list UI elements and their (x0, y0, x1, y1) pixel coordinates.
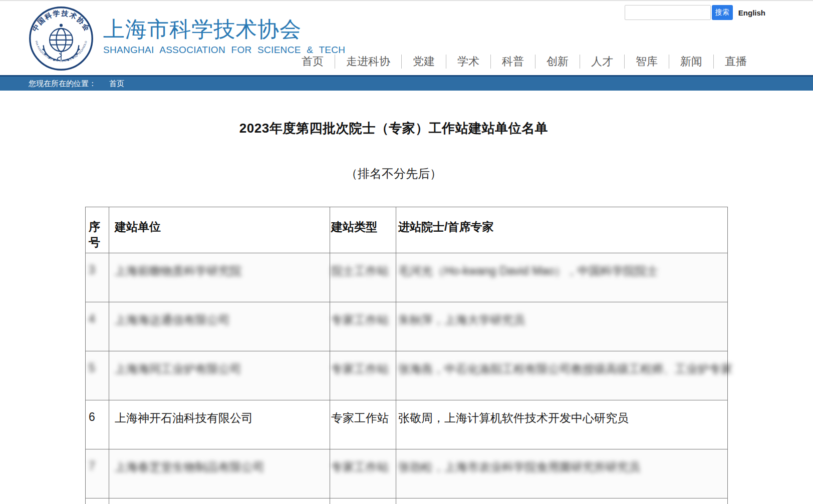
site-title-zh: 上海市科学技术协会 (103, 17, 345, 41)
table-row: 7 上海春芝堂生物制品有限公司 专家工作站 张劲松，上海市农业科学院食用菌研究所… (86, 449, 728, 498)
cell-type: 专家工作站 (330, 351, 396, 400)
cell-type (330, 498, 396, 504)
cell-index: 3 (86, 253, 109, 302)
cell-index (86, 498, 109, 504)
cell-index: 4 (86, 302, 109, 351)
cell-type: 专家工作站 (330, 449, 396, 498)
cell-type: 专家工作站 (330, 302, 396, 351)
column-header-4: 进站院士/首席专家 (396, 207, 728, 253)
nav-item-8[interactable]: 智库 (625, 54, 669, 69)
breadcrumb-label: 您现在所在的位置： (29, 79, 96, 88)
table-row: 3 上海前瞻物质科学研究院 院士工作站 毛河光（Ho-kwang David M… (86, 253, 728, 302)
cell-expert: 张海燕，中石化洛阳工程有限公司教授级高级工程师、工业炉专家 (396, 351, 728, 400)
nav-item-3[interactable]: 党建 (402, 54, 446, 69)
cell-unit (109, 498, 330, 504)
nav-item-2[interactable]: 走进科协 (335, 54, 401, 69)
table-row (86, 498, 728, 504)
nav-item-5[interactable]: 科普 (491, 54, 535, 69)
title-wrap: 2023年度第四批次院士（专家）工作站建站单位名单 （排名不分先后） (85, 119, 702, 182)
column-header-1: 序号 (86, 207, 109, 253)
cell-expert: 朱秋萍，上海大学研究员 (396, 302, 728, 351)
nav-item-1[interactable]: 首页 (291, 54, 335, 69)
cell-expert: 张劲松，上海市农业科学院食用菌研究所研究员 (396, 449, 728, 498)
cell-expert: 毛河光（Ho-kwang David Mao），中国科学院院士 (396, 253, 728, 302)
main-content: 2023年度第四批次院士（专家）工作站建站单位名单 （排名不分先后） 序号建站单… (85, 119, 813, 504)
nav-item-10[interactable]: 直播 (714, 54, 758, 69)
page: 中国科学技术协会 CHINA ASSOCIATION FOR SCIENCE A… (0, 0, 813, 504)
cell-expert: 张敬周，上海计算机软件技术开发中心研究员 (396, 400, 728, 449)
search-button[interactable]: 搜索 (712, 5, 733, 20)
cell-unit: 上海前瞻物质科学研究院 (109, 253, 330, 302)
nav-item-6[interactable]: 创新 (535, 54, 580, 69)
breadcrumb-home-link[interactable]: 首页 (109, 79, 124, 88)
cell-index: 5 (86, 351, 109, 400)
page-subtitle: （排名不分先后） (85, 166, 702, 182)
search-area: 搜索 English (625, 5, 765, 20)
table-header-row: 序号建站单位建站类型进站院士/首席专家 (86, 207, 728, 253)
english-language-link[interactable]: English (738, 9, 765, 17)
cell-expert (396, 498, 728, 504)
cell-index: 6 (86, 400, 109, 449)
cell-unit: 上海神开石油科技有限公司 (109, 400, 330, 449)
column-header-2: 建站单位 (109, 207, 330, 253)
search-input[interactable] (625, 5, 711, 20)
cell-unit: 上海海同工业炉有限公司 (109, 351, 330, 400)
cell-type: 院士工作站 (330, 253, 396, 302)
nav-item-4[interactable]: 学术 (446, 54, 490, 69)
nav-item-7[interactable]: 人才 (580, 54, 624, 69)
table-row: 6 上海神开石油科技有限公司 专家工作站 张敬周，上海计算机软件技术开发中心研究… (86, 400, 728, 449)
cell-unit: 上海海达通信有限公司 (109, 302, 330, 351)
cast-emblem-logo: 中国科学技术协会 CHINA ASSOCIATION FOR SCIENCE A… (28, 5, 95, 72)
column-header-3: 建站类型 (330, 207, 396, 253)
table-row: 5 上海海同工业炉有限公司 专家工作站 张海燕，中石化洛阳工程有限公司教授级高级… (86, 351, 728, 400)
page-title: 2023年度第四批次院士（专家）工作站建站单位名单 (85, 119, 702, 137)
cell-type: 专家工作站 (330, 400, 396, 449)
cell-unit: 上海春芝堂生物制品有限公司 (109, 449, 330, 498)
site-header: 中国科学技术协会 CHINA ASSOCIATION FOR SCIENCE A… (0, 1, 813, 75)
workstation-table: 序号建站单位建站类型进站院士/首席专家 3 上海前瞻物质科学研究院 院士工作站 … (85, 207, 728, 504)
logo-star (60, 24, 63, 27)
nav-item-9[interactable]: 新闻 (669, 54, 713, 69)
cell-index: 7 (86, 449, 109, 498)
table-row: 4 上海海达通信有限公司 专家工作站 朱秋萍，上海大学研究员 (86, 302, 728, 351)
main-nav: 首页 走进科协 党建 学术 科普 创新 人才 智库 新闻 直播 (291, 54, 758, 69)
breadcrumb-bar: 您现在所在的位置：首页 (0, 75, 813, 91)
